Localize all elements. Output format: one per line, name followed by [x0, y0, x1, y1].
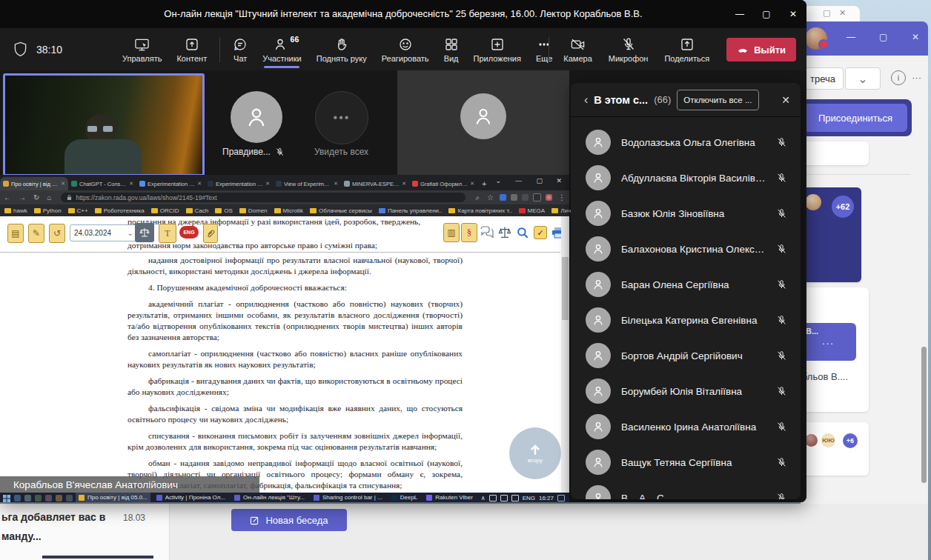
close-icon[interactable]: ✕: [912, 32, 919, 42]
taskbar-app-button[interactable]: DeepL: [388, 493, 421, 502]
mic-off-icon[interactable]: [776, 493, 787, 500]
new-tab-icon[interactable]: +: [482, 179, 486, 188]
group-card[interactable]: ЮЮ +6: [801, 422, 869, 476]
taskbar-app-button[interactable]: Про освіту | від 05.0...: [76, 493, 150, 502]
mic-off-icon[interactable]: [776, 421, 787, 433]
scroll-to-top-button[interactable]: вгору: [509, 427, 561, 479]
doc-card-button[interactable]: ▥: [443, 224, 460, 241]
scrollbar-thumb[interactable]: [562, 257, 569, 320]
raise-hand-button[interactable]: Поднять руку: [310, 31, 374, 68]
chevron-down-icon[interactable]: ⌄: [495, 177, 501, 184]
close-tab-icon[interactable]: ✕: [334, 181, 338, 187]
camera-button[interactable]: Камера: [557, 31, 598, 68]
close-tab-icon[interactable]: ✕: [265, 181, 270, 187]
see-all-tile[interactable]: •••: [315, 91, 368, 144]
bookmark-item[interactable]: Панель управлени..: [379, 207, 443, 214]
pinned-app-icon[interactable]: [35, 495, 42, 501]
mic-off-icon[interactable]: [776, 315, 787, 326]
close-tab-icon[interactable]: ✕: [129, 181, 133, 187]
meeting-post-card[interactable]: +62: [801, 187, 861, 282]
participant-row[interactable]: Бортов Андрій Сергійович: [571, 338, 801, 373]
pinned-app-icon[interactable]: [24, 495, 31, 501]
notifications-icon[interactable]: [557, 495, 565, 501]
legal-status-button[interactable]: [135, 223, 154, 242]
browser-tab[interactable]: Experimentation and ✕: [205, 177, 273, 190]
browser-tab[interactable]: View of Experimenta ✕: [273, 177, 341, 190]
taskbar-app-button[interactable]: Sharing control bar | ...: [311, 493, 385, 502]
taskbar-app-button[interactable]: Rakuten Viber: [423, 493, 476, 502]
doc-save-icon[interactable]: ▤: [7, 224, 24, 243]
extension-icon[interactable]: [500, 194, 506, 201]
participant-row[interactable]: Білецька Катерина Євгенівна: [571, 302, 801, 338]
browser-tab[interactable]: MINERVA-ESPECIAL ✕: [341, 177, 409, 190]
new-chat-button[interactable]: Новая беседа: [231, 509, 347, 531]
apps-button[interactable]: Приложения: [467, 31, 528, 68]
bookmark-item[interactable]: Робототехника: [95, 207, 145, 214]
participant-row[interactable]: Ващук Тетяна Сергіївна: [571, 444, 801, 480]
browser-menu-icon[interactable]: ⋮: [558, 193, 566, 201]
close-icon[interactable]: ✕: [780, 0, 806, 28]
mic-off-icon[interactable]: [776, 279, 787, 290]
mic-off-icon[interactable]: [776, 137, 787, 148]
participant-video-tile[interactable]: [231, 91, 282, 143]
extension-icon[interactable]: [511, 194, 517, 201]
participant-video-tile[interactable]: [397, 70, 569, 175]
share-button[interactable]: Поделиться: [657, 31, 716, 68]
close-tab-icon[interactable]: ✕: [470, 181, 474, 187]
mic-button[interactable]: Микрофон: [602, 31, 655, 68]
extension-icon[interactable]: [533, 193, 541, 201]
select-button[interactable]: ✓: [532, 224, 549, 241]
meeting-tab-label[interactable]: треча: [802, 67, 844, 90]
mic-off-icon[interactable]: [776, 350, 787, 361]
join-button[interactable]: Присоединиться: [804, 104, 907, 132]
browser-tab[interactable]: Grafiati Оформлен ✕: [409, 177, 477, 190]
participants-button[interactable]: 66 Участники: [256, 31, 308, 68]
volume-tray-icon[interactable]: [511, 495, 519, 501]
pinned-app-icon[interactable]: [56, 495, 62, 501]
comments-button[interactable]: [479, 224, 495, 241]
message-bubble[interactable]: В... ...: [801, 323, 856, 361]
reload-icon[interactable]: ↻: [33, 193, 39, 201]
bookmark-item[interactable]: ORCID: [151, 207, 179, 214]
tray-expand-icon[interactable]: ∧: [481, 495, 486, 501]
participant-row[interactable]: Базюк Юлія Зіновіївна: [571, 196, 801, 231]
mic-tray-icon[interactable]: [489, 495, 497, 501]
manage-button[interactable]: Управлять: [116, 31, 168, 68]
browser-tab[interactable]: ChatGPT - Consensus ✕: [68, 177, 136, 190]
search-button[interactable]: [514, 224, 531, 241]
close-tab-icon[interactable]: ✕: [61, 181, 65, 187]
close-tab-icon[interactable]: ✕: [197, 181, 202, 187]
taskbar-app-button[interactable]: Activity | Проніна Ол...: [153, 493, 228, 502]
presenter-video-tile[interactable]: [3, 73, 205, 176]
participant-row[interactable]: Василенко Ірина Анатоліївна: [571, 409, 801, 444]
bookmark-item[interactable]: hawk: [4, 207, 27, 214]
extension-icon[interactable]: [522, 194, 529, 201]
mute-all-button[interactable]: Отключить все ...: [677, 90, 758, 110]
more-icon[interactable]: ···: [912, 72, 921, 83]
bookmark-item[interactable]: Domen: [239, 207, 268, 214]
doc-edit-icon[interactable]: ✎: [28, 224, 44, 243]
participant-row[interactable]: Водолазська Ольга Олегівна: [571, 124, 801, 160]
participant-row[interactable]: В... А... С...: [571, 480, 801, 499]
participant-row[interactable]: Абдуллаєва Вікторія Василівна: [571, 160, 801, 196]
translate-button[interactable]: ENG: [179, 226, 199, 239]
compare-button[interactable]: [497, 224, 513, 241]
bookmark-item[interactable]: C++: [68, 207, 88, 214]
chat-preview-line[interactable]: ьга добавляет вас в: [1, 511, 105, 523]
zoom-icon[interactable]: ⌕: [475, 193, 480, 202]
bookmark-item[interactable]: Карта повітряних т..: [448, 207, 511, 214]
clock[interactable]: 16:27: [539, 495, 554, 501]
maximize-icon[interactable]: ▢: [879, 32, 887, 42]
doc-history-icon[interactable]: ↺: [49, 224, 65, 243]
close-tab-icon[interactable]: ✕: [402, 181, 406, 187]
bookmark-item[interactable]: Cach: [186, 207, 209, 214]
scrollbar-track[interactable]: [561, 216, 569, 493]
scrollbar-thumb[interactable]: [921, 347, 927, 483]
pinned-app-icon[interactable]: [14, 495, 21, 501]
chat-button[interactable]: Чат: [226, 31, 254, 68]
back-icon[interactable]: ←: [4, 193, 11, 201]
close-icon[interactable]: ✕: [556, 177, 562, 184]
browser-tab[interactable]: Experimentation and ✕: [136, 177, 205, 190]
back-icon[interactable]: ‹: [584, 93, 588, 107]
forward-icon[interactable]: →: [19, 193, 26, 201]
